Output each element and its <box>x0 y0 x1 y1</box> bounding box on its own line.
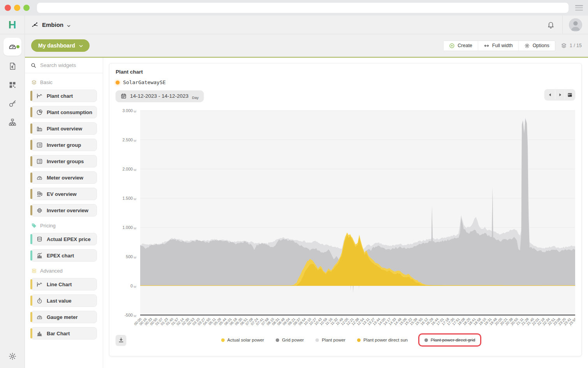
widget-item-plant-chart[interactable]: Plant chart <box>31 90 97 102</box>
widget-label: Actual EPEX price <box>47 236 91 242</box>
rail-item-invoices[interactable] <box>0 57 25 76</box>
rail-item-widgets[interactable] <box>0 76 25 94</box>
svg-text:-500 W: -500 W <box>125 313 137 318</box>
widget-accent-bar <box>30 123 32 134</box>
sitemap-icon <box>8 118 17 127</box>
widget-item-inverter-groups[interactable]: Inverter groups <box>31 155 97 167</box>
widget-item-inverter-group[interactable]: Inverter group <box>31 139 97 151</box>
list-icon <box>36 142 43 148</box>
options-button[interactable]: Options <box>518 41 555 51</box>
nav-rail <box>0 34 25 368</box>
calendar-icon <box>567 92 573 98</box>
search-input[interactable] <box>40 62 97 68</box>
widget-accent-bar <box>30 234 32 244</box>
svg-text:0 W: 0 W <box>130 283 137 289</box>
stack-icon <box>31 268 37 274</box>
pie-chart-icon <box>36 109 43 116</box>
widget-accent-bar <box>30 91 32 101</box>
widget-label: Meter overview <box>47 175 83 181</box>
dashboard-toolbar: My dashboard Create Full width <box>25 34 588 57</box>
plant-power-chart[interactable]: 3.000 W2.500 W2.000 W1.500 W1.000 W500 W… <box>116 104 575 332</box>
widget-item-plant-overview[interactable]: Plant overview <box>31 122 97 135</box>
legend-item-grid-power[interactable]: Grid power <box>276 338 304 342</box>
date-range-button[interactable]: 14-12-2023 - 14-12-2023 Day <box>116 90 204 102</box>
widget-item-actual-epex-price[interactable]: Actual EPEX price <box>31 233 97 245</box>
widget-accent-bar <box>30 173 32 183</box>
notifications-button[interactable] <box>539 21 562 29</box>
plant-chart-widget: Plant chart SolarGatewaySE 14-12-2023 - … <box>109 63 582 356</box>
widget-label: EPEX chart <box>47 253 74 259</box>
widget-item-epex-chart[interactable]: EPEX chart <box>31 249 97 262</box>
legend-dot <box>424 338 428 342</box>
svg-text:1.000 W: 1.000 W <box>123 225 137 230</box>
widget-accent-bar <box>30 189 32 199</box>
key-icon <box>8 99 17 108</box>
address-bar[interactable] <box>37 3 569 13</box>
network-nodes-icon <box>31 21 39 29</box>
dashboard-pager[interactable]: 1 / 15 <box>561 42 582 49</box>
rail-item-dashboard[interactable] <box>0 37 25 56</box>
rail-item-access-keys[interactable] <box>0 94 25 113</box>
full-width-label: Full width <box>492 43 513 48</box>
rail-item-settings[interactable] <box>0 349 25 363</box>
widget-sidebar: BasicPlant chartPlant consumptionPlant o… <box>25 58 103 368</box>
svg-text:500 W: 500 W <box>126 254 137 259</box>
widget-label: Gauge meter <box>47 314 77 320</box>
app-logo[interactable]: H <box>0 16 25 34</box>
legend-label: Grid power <box>282 338 304 342</box>
legend-item-plant-power[interactable]: Plant power <box>315 338 345 342</box>
legend-label: Plant power <box>322 338 345 342</box>
full-width-button[interactable]: Full width <box>478 41 518 51</box>
legend-dot <box>357 338 361 342</box>
layers-icon <box>31 79 37 85</box>
list-icon <box>36 158 43 165</box>
widget-item-gauge-meter[interactable]: Gauge meter <box>31 311 97 323</box>
line-chart-icon <box>36 281 43 288</box>
legend-label: Plant power direct sun <box>363 338 408 342</box>
widget-item-meter-overview[interactable]: Meter overview <box>31 171 97 184</box>
section-label: Pricing <box>40 223 56 229</box>
legend-item-actual-solar-power[interactable]: Actual solar power <box>221 338 264 342</box>
widget-item-ev-overview[interactable]: EV overview <box>31 188 97 200</box>
sidebar-section-advanced: AdvancedLine ChartLast valueGauge meterB… <box>25 268 103 340</box>
legend-item-plant-power-direct-sun[interactable]: Plant power direct sun <box>357 338 408 342</box>
user-menu[interactable] <box>562 16 588 34</box>
widget-item-bar-chart[interactable]: Bar Chart <box>31 327 97 340</box>
search-icon <box>30 62 37 69</box>
close-window-button[interactable] <box>5 5 11 11</box>
rail-item-hierarchy[interactable] <box>0 113 25 132</box>
legend-item-plant-power-direct-grid[interactable]: Plant power direct grid <box>418 333 481 347</box>
gauge-icon <box>36 314 43 320</box>
widget-item-plant-consumption[interactable]: Plant consumption <box>31 106 97 118</box>
widget-label: Plant overview <box>47 126 82 132</box>
widget-accent-bar <box>30 140 32 150</box>
organization-switcher[interactable]: Embion <box>31 21 71 29</box>
avatar <box>569 18 582 32</box>
section-header-basic: Basic <box>31 79 97 85</box>
calendar-icon <box>121 93 127 99</box>
bell-icon <box>547 21 555 29</box>
gear-icon <box>8 352 17 361</box>
logo-letter: H <box>8 19 16 30</box>
next-period-button[interactable] <box>555 90 565 99</box>
create-button[interactable]: Create <box>444 41 478 51</box>
maximize-window-button[interactable] <box>23 5 30 11</box>
chip-icon <box>36 207 43 214</box>
widget-accent-bar <box>30 296 32 306</box>
dashboard-selector-button[interactable]: My dashboard <box>31 39 90 52</box>
download-chart-button[interactable] <box>116 335 126 345</box>
widget-item-inverter-overview[interactable]: Inverter overview <box>31 204 97 217</box>
minimize-window-button[interactable] <box>14 5 20 11</box>
stopwatch-icon <box>36 298 43 304</box>
widget-label: EV overview <box>47 191 77 197</box>
toolbar-button-group: Create Full width Options <box>443 40 555 51</box>
widget-item-line-chart[interactable]: Line Chart <box>31 278 97 291</box>
date-range-label: 14-12-2023 - 14-12-2023 <box>130 93 188 99</box>
previous-period-button[interactable] <box>545 90 555 99</box>
dashboard-selector-label: My dashboard <box>38 42 75 49</box>
invoice-euro-icon <box>8 62 17 70</box>
browser-menu-icon[interactable] <box>575 5 583 11</box>
chart-legend: Actual solar powerGrid powerPlant powerP… <box>126 336 575 343</box>
widget-item-last-value[interactable]: Last value <box>31 294 97 307</box>
calendar-picker-button[interactable] <box>565 90 574 99</box>
